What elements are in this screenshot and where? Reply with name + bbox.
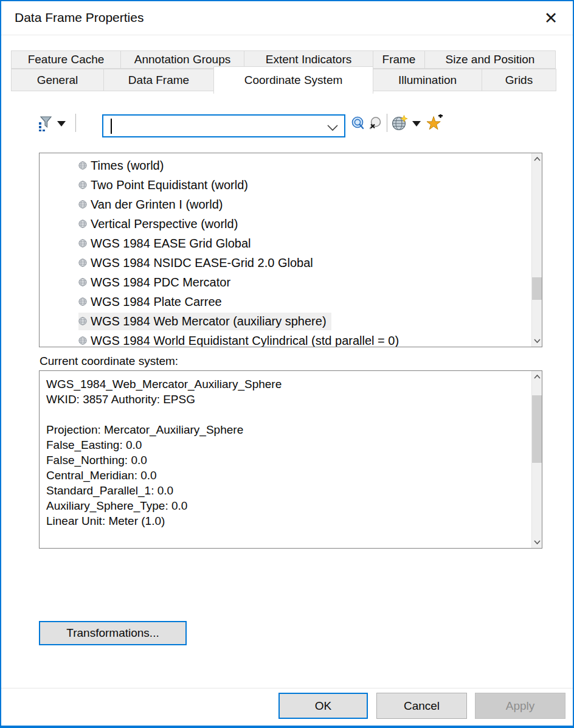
scroll-up-icon[interactable] <box>532 153 542 165</box>
list-item-label: WGS 1984 Web Mercator (auxiliary sphere) <box>91 314 327 328</box>
title-bar: Data Frame Properties ✕ <box>1 1 573 35</box>
tab-frame[interactable]: Frame <box>373 50 425 69</box>
cs-line: WGS_1984_Web_Mercator_Auxiliary_Sphere <box>46 376 530 392</box>
coordinate-system-list[interactable]: Times (world) Two Point Equidistant (wor… <box>39 153 542 347</box>
cs-line: False_Easting: 0.0 <box>46 437 530 452</box>
list-item[interactable]: WGS 1984 NSIDC EASE-Grid 2.0 Global <box>40 253 531 272</box>
cs-line <box>46 407 530 422</box>
toolbar-separator <box>75 114 76 132</box>
globe-icon <box>78 181 87 189</box>
cs-line: Standard_Parallel_1: 0.0 <box>46 483 530 498</box>
tab-size-and-position[interactable]: Size and Position <box>424 50 556 69</box>
globe-icon <box>78 161 87 170</box>
current-cs-scrollbar-thumb[interactable] <box>532 395 542 463</box>
list-item[interactable]: Van der Grinten I (world) <box>40 195 531 214</box>
close-icon[interactable]: ✕ <box>539 6 563 30</box>
tab-grids[interactable]: Grids <box>482 69 556 91</box>
globe-icon <box>78 239 87 248</box>
cs-line: Linear Unit: Meter (1.0) <box>46 513 530 529</box>
list-item[interactable]: WGS 1984 World Equidistant Cylindrical (… <box>40 331 531 347</box>
scroll-down-icon[interactable] <box>532 536 542 548</box>
search-icon[interactable] <box>351 116 365 131</box>
tab-general[interactable]: General <box>11 69 104 91</box>
list-item[interactable]: Two Point Equidistant (world) <box>40 175 531 195</box>
current-cs-box[interactable]: WGS_1984_Web_Mercator_Auxiliary_Sphere W… <box>39 370 542 549</box>
list-item[interactable]: Vertical Perspective (world) <box>40 214 531 234</box>
list-item[interactable]: WGS 1984 PDC Mercator <box>40 272 531 292</box>
cs-line: Projection: Mercator_Auxiliary_Sphere <box>46 422 530 437</box>
current-cs-scrollbar[interactable] <box>531 371 542 548</box>
dialog-title: Data Frame Properties <box>15 10 144 25</box>
list-item-label: Van der Grinten I (world) <box>91 198 223 212</box>
list-item-label: Times (world) <box>91 159 164 173</box>
list-item[interactable]: WGS 1984 Plate Carree <box>40 292 531 311</box>
list-item-label: WGS 1984 NSIDC EASE-Grid 2.0 Global <box>91 256 313 270</box>
tab-data-frame[interactable]: Data Frame <box>103 69 214 91</box>
scroll-up-icon[interactable] <box>532 371 542 383</box>
globe-icon <box>78 220 87 228</box>
current-cs-label: Current coordinate system: <box>40 355 178 368</box>
list-item-label: WGS 1984 EASE Grid Global <box>91 237 251 251</box>
globe-icon <box>78 200 87 209</box>
cancel-button[interactable]: Cancel <box>376 693 467 719</box>
list-item-selected[interactable]: WGS 1984 Web Mercator (auxiliary sphere) <box>40 311 531 331</box>
tab-illumination[interactable]: Illumination <box>373 69 482 91</box>
list-scrollbar[interactable] <box>531 153 542 347</box>
footer-separator <box>1 688 573 688</box>
globe-icon <box>78 297 87 306</box>
scroll-down-icon[interactable] <box>532 335 542 347</box>
tab-row-2: General Data Frame Coordinate System Ill… <box>11 69 556 96</box>
list-item-label: Vertical Perspective (world) <box>91 217 238 231</box>
add-to-favorites-icon[interactable] <box>427 114 443 131</box>
apply-button[interactable]: Apply <box>475 693 565 719</box>
toolbar-separator <box>387 114 387 132</box>
current-cs-text: WGS_1984_Web_Mercator_Auxiliary_Sphere W… <box>46 376 530 529</box>
cs-line: False_Northing: 0.0 <box>46 452 530 468</box>
transformations-button[interactable]: Transformations... <box>39 621 187 645</box>
list-item-label: Two Point Equidistant (world) <box>91 178 248 192</box>
filter-dropdown-arrow-icon[interactable] <box>57 121 66 127</box>
globe-dropdown-arrow-icon[interactable] <box>412 121 421 127</box>
globe-options-icon[interactable] <box>392 115 408 131</box>
ok-button[interactable]: OK <box>278 693 368 719</box>
search-input[interactable] <box>112 117 313 134</box>
globe-icon <box>78 278 87 286</box>
filter-icon[interactable] <box>38 114 54 133</box>
list-item-label: WGS 1984 Plate Carree <box>91 295 222 309</box>
list-item-label: WGS 1984 World Equidistant Cylindrical (… <box>91 334 399 348</box>
cs-line: WKID: 3857 Authority: EPSG <box>46 392 530 407</box>
list-item[interactable]: WGS 1984 EASE Grid Global <box>40 234 531 253</box>
cs-line: Auxiliary_Sphere_Type: 0.0 <box>46 498 530 513</box>
combobox-dropdown-icon[interactable] <box>327 123 338 134</box>
list-scrollbar-thumb[interactable] <box>532 277 542 300</box>
globe-icon <box>78 317 87 325</box>
globe-icon <box>78 258 87 267</box>
search-combobox[interactable] <box>102 114 345 137</box>
cs-line: Central_Meridian: 0.0 <box>46 468 530 483</box>
globe-icon <box>78 336 87 345</box>
coordinate-system-toolbar <box>1 109 573 139</box>
tab-coordinate-system[interactable]: Coordinate System <box>213 66 373 94</box>
coordinate-system-list-items: Times (world) Two Point Equidistant (wor… <box>40 156 531 347</box>
tab-feature-cache[interactable]: Feature Cache <box>11 50 121 69</box>
data-frame-properties-dialog: Data Frame Properties ✕ Feature Cache An… <box>0 0 574 728</box>
clear-search-icon[interactable] <box>368 116 382 131</box>
list-item[interactable]: Times (world) <box>40 156 531 175</box>
list-item-label: WGS 1984 PDC Mercator <box>91 276 230 289</box>
